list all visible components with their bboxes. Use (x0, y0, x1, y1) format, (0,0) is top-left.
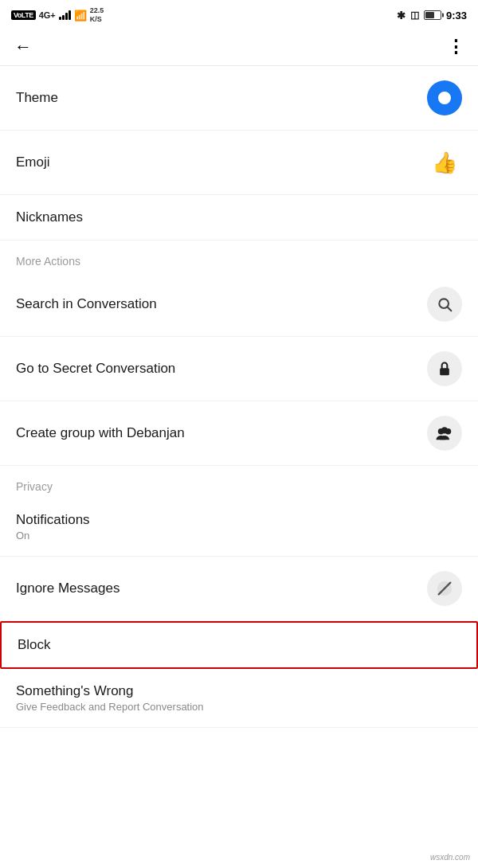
nicknames-label: Nicknames (16, 209, 83, 225)
time-display: 9:33 (446, 10, 467, 22)
mute-icon (427, 571, 462, 606)
notifications-label: Notifications (16, 512, 90, 528)
ignore-label: Ignore Messages (16, 581, 120, 596)
svg-point-5 (441, 427, 448, 433)
battery-box (424, 10, 441, 20)
something-wrong-subtitle: Give Feedback and Report Conversation (16, 701, 204, 713)
signal-bars (59, 10, 71, 20)
block-item[interactable]: Block (0, 621, 478, 669)
search-icon (427, 287, 462, 322)
back-button[interactable]: ← (14, 38, 32, 56)
signal-strength: 4G+ (39, 10, 56, 20)
search-item[interactable]: Search in Conversation (0, 272, 478, 337)
something-wrong-label: Something's Wrong (16, 683, 204, 699)
create-group-label: Create group with Debanjan (16, 425, 185, 441)
notifications-left: Notifications On (16, 512, 90, 542)
emoji-label: Emoji (16, 154, 50, 170)
svg-line-1 (448, 307, 452, 311)
theme-item[interactable]: Theme (0, 66, 478, 131)
theme-icon-inner (438, 92, 451, 104)
watermark: wsxdn.com (430, 853, 470, 862)
settings-list: Theme Emoji 👍 Nicknames More Actions Sea… (0, 66, 478, 728)
battery-container (424, 10, 441, 20)
emoji-item[interactable]: Emoji 👍 (0, 131, 478, 195)
group-icon (427, 416, 462, 451)
theme-icon (427, 80, 462, 115)
block-label: Block (18, 637, 51, 653)
status-bar: VoLTE 4G+ 📶 22.5K/S ✱ ◫ 9:33 (0, 0, 478, 29)
notifications-item[interactable]: Notifications On (0, 498, 478, 557)
create-group-item[interactable]: Create group with Debanjan (0, 401, 478, 466)
thumbs-up-icon: 👍 (432, 151, 457, 175)
search-label: Search in Conversation (16, 296, 157, 312)
nicknames-item[interactable]: Nicknames (0, 195, 478, 240)
volte-badge: VoLTE (11, 10, 36, 20)
lock-icon (427, 351, 462, 386)
privacy-header: Privacy (0, 466, 478, 498)
secret-conversation-item[interactable]: Go to Secret Conversation (0, 337, 478, 401)
theme-label: Theme (16, 90, 58, 106)
something-wrong-item[interactable]: Something's Wrong Give Feedback and Repo… (0, 669, 478, 728)
bluetooth-icon: ✱ (397, 10, 406, 22)
speed-text: 22.5K/S (90, 6, 104, 24)
nav-bar: ← ⋮ (0, 29, 478, 66)
wifi-icon: 📶 (74, 10, 87, 22)
svg-rect-2 (440, 368, 449, 375)
status-left: VoLTE 4G+ 📶 22.5K/S (11, 6, 104, 24)
more-actions-header: More Actions (0, 240, 478, 272)
emoji-icon: 👍 (427, 145, 462, 180)
ignore-messages-item[interactable]: Ignore Messages (0, 557, 478, 621)
more-options-button[interactable]: ⋮ (447, 37, 464, 57)
battery-fill (425, 12, 434, 18)
notifications-status: On (16, 530, 90, 542)
status-right: ✱ ◫ 9:33 (397, 10, 467, 22)
secret-label: Go to Secret Conversation (16, 361, 175, 377)
something-wrong-left: Something's Wrong Give Feedback and Repo… (16, 683, 204, 713)
phone-icon: ◫ (410, 10, 419, 21)
